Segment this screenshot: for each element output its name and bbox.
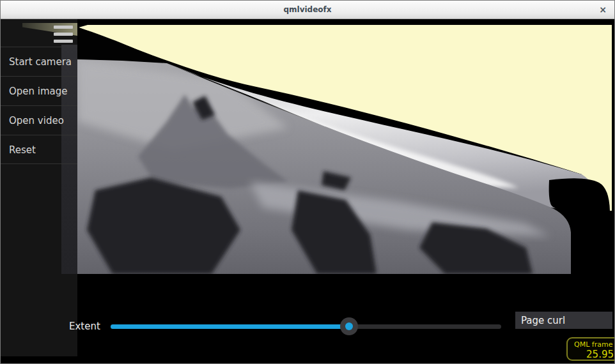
sidebar-item-open-image[interactable]: Open image (1, 76, 77, 105)
window-title: qmlvideofx (1, 1, 614, 19)
extent-slider-label: Extent (69, 321, 100, 332)
sidebar-item-open-video[interactable]: Open video (1, 105, 77, 135)
slider-handle-dot (345, 322, 353, 330)
hamburger-menu-icon[interactable] (54, 26, 73, 47)
title-bar: qmlvideofx × (1, 1, 614, 19)
slider-fill (111, 324, 349, 329)
fps-counter: QML frame r... 25.95 (566, 337, 615, 361)
sidebar-item-reset[interactable]: Reset (1, 135, 77, 164)
sidebar-menu: Start camera Open image Open video Reset (1, 47, 77, 164)
sidebar: Start camera Open image Open video Reset (1, 19, 77, 356)
slider-handle[interactable] (340, 317, 358, 335)
effect-selector-button[interactable]: Page curl (515, 312, 612, 329)
extent-slider[interactable] (111, 324, 501, 329)
video-page-curl-scene[interactable] (77, 19, 615, 275)
sidebar-item-start-camera[interactable]: Start camera (1, 47, 77, 76)
main-area: Start camera Open image Open video Reset… (1, 19, 615, 364)
app-window: qmlvideofx × (0, 0, 615, 364)
fps-label: QML frame r... (574, 340, 615, 349)
close-icon[interactable]: × (599, 1, 607, 19)
fps-value: 25.95 (574, 349, 614, 360)
